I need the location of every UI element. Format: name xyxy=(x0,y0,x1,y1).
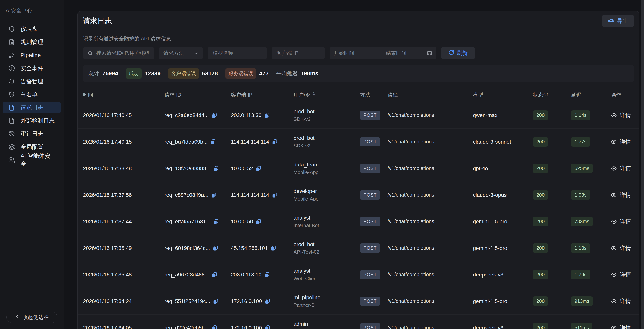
cell-path: /v1/chat/completions xyxy=(388,245,473,251)
sidebar-item-5[interactable]: 白名单 xyxy=(3,89,61,100)
request-log-card: 请求日志 导出 记录所有通过安全防护的 API 请求信息 请求方法 xyxy=(78,11,640,329)
detail-label: 详情 xyxy=(620,324,631,329)
end-time-placeholder: 结束时间 xyxy=(386,50,424,56)
refresh-button[interactable]: 刷新 xyxy=(441,47,475,59)
eye-icon xyxy=(611,139,617,145)
model-text: deepseek-v3 xyxy=(473,325,503,329)
eye-icon xyxy=(611,245,617,251)
detail-label: 详情 xyxy=(620,165,631,172)
sidebar-item-2[interactable]: Pipeline xyxy=(3,49,61,61)
copy-icon[interactable] xyxy=(212,272,218,278)
cell-model: gemini-1.5-pro xyxy=(473,219,533,225)
sidebar-item-0[interactable]: 仪表盘 xyxy=(3,23,61,35)
detail-button[interactable]: 详情 xyxy=(603,288,640,315)
copy-icon[interactable] xyxy=(265,325,270,329)
sidebar-item-7[interactable]: 外部检测日志 xyxy=(3,115,61,127)
copy-icon[interactable] xyxy=(270,245,276,251)
search-input[interactable] xyxy=(96,50,150,56)
status-badge: 200 xyxy=(533,110,548,120)
latency-badge: 1.03s xyxy=(571,190,590,200)
sidebar-item-9[interactable]: 全局配置 xyxy=(3,141,61,153)
status-badge: 200 xyxy=(533,296,548,306)
detail-button[interactable]: 详情 xyxy=(603,129,640,155)
request-id-text: req_c897c08ff9a... xyxy=(164,192,208,198)
eye-icon xyxy=(611,325,617,329)
copy-icon[interactable] xyxy=(272,139,278,145)
cell-time: 2026/01/16 17:35:48 xyxy=(78,272,164,278)
request-id-text: req_ba7fdea09b... xyxy=(164,139,208,145)
sidebar-item-label: 告警管理 xyxy=(20,78,43,85)
sidebar-item-4[interactable]: 告警管理 xyxy=(3,75,61,87)
detail-label: 详情 xyxy=(620,138,631,146)
user-token: SDK-v2 xyxy=(294,143,310,149)
column-header: 请求 ID xyxy=(164,88,231,102)
copy-icon[interactable] xyxy=(272,192,278,198)
cell-model: gemini-1.5-pro xyxy=(473,298,533,304)
eye-icon xyxy=(611,272,617,278)
sidebar-item-1[interactable]: 规则管理 xyxy=(3,36,61,48)
copy-icon[interactable] xyxy=(213,166,219,171)
status-badge: 200 xyxy=(533,270,548,280)
client-ip-text: 114.114.114.114 xyxy=(231,192,269,198)
filter-bar: 请求方法 开始时间 ~ 结束时间 刷新 xyxy=(83,47,634,59)
copy-icon[interactable] xyxy=(213,219,219,225)
detail-button[interactable]: 详情 xyxy=(603,182,640,208)
client-error-badge: 客户端错误 xyxy=(168,68,199,78)
cell-time: 2026/01/16 17:34:05 xyxy=(78,325,164,329)
cell-model: deepseek-v3 xyxy=(473,272,533,278)
search-box xyxy=(83,47,154,59)
client-ip-text: 203.0.113.10 xyxy=(231,272,262,278)
method-badge: POST xyxy=(360,243,380,253)
copy-icon[interactable] xyxy=(265,299,270,304)
client-ip-filter-input[interactable] xyxy=(276,50,320,56)
sidebar-item-10[interactable]: AI 智能体安全 xyxy=(3,154,61,166)
detail-button[interactable]: 详情 xyxy=(603,208,640,235)
user-token: Mobile-App xyxy=(294,196,318,202)
user-token: Partner-B xyxy=(294,302,314,308)
user-name: ml_pipeline xyxy=(294,295,320,301)
copy-icon[interactable] xyxy=(256,219,262,225)
copy-icon[interactable] xyxy=(256,166,262,171)
copy-icon[interactable] xyxy=(264,112,270,118)
copy-icon[interactable] xyxy=(213,299,218,304)
copy-icon[interactable] xyxy=(212,112,217,118)
detail-button[interactable]: 详情 xyxy=(603,315,640,329)
sidebar-item-6[interactable]: 请求日志 xyxy=(3,102,61,113)
table-row: 2026/01/16 17:34:24 req_551f252419c... 1… xyxy=(78,288,639,315)
copy-icon[interactable] xyxy=(213,245,218,251)
range-separator: ~ xyxy=(374,50,383,56)
copy-icon[interactable] xyxy=(210,139,216,145)
page-scrollbar[interactable] xyxy=(641,0,644,329)
detail-label: 详情 xyxy=(620,298,631,305)
detail-button[interactable]: 详情 xyxy=(603,102,640,128)
model-text: claude-3-sonnet xyxy=(473,139,511,145)
layers-icon xyxy=(8,143,15,150)
file-text-icon xyxy=(8,39,15,45)
request-id-text: req_551f252419c... xyxy=(164,298,210,304)
sidebar-item-8[interactable]: 审计日志 xyxy=(3,128,61,140)
collapse-sidebar-button[interactable]: 收起侧边栏 xyxy=(6,312,57,323)
cell-time: 2026/01/16 17:40:45 xyxy=(78,112,164,118)
detail-button[interactable]: 详情 xyxy=(603,262,640,288)
eye-icon xyxy=(611,192,617,198)
detail-button[interactable]: 详情 xyxy=(603,155,640,182)
sidebar-item-label: 审计日志 xyxy=(20,130,43,138)
method-select[interactable]: 请求方法 xyxy=(159,47,203,59)
detail-label: 详情 xyxy=(620,244,631,252)
table-row: 2026/01/16 17:37:56 req_c897c08ff9a... 1… xyxy=(78,182,639,208)
client-ip-text: 172.16.0.100 xyxy=(231,325,262,329)
sidebar-item-3[interactable]: 安全事件 xyxy=(3,62,61,74)
copy-icon[interactable] xyxy=(212,325,218,329)
copy-icon[interactable] xyxy=(211,192,217,198)
date-range-picker[interactable]: 开始时间 ~ 结束时间 xyxy=(330,47,436,59)
user-token: Internal-Bot xyxy=(294,223,319,228)
export-button[interactable]: 导出 xyxy=(602,14,634,27)
bell-icon xyxy=(8,78,15,85)
detail-label: 详情 xyxy=(620,271,631,279)
status-badge: 200 xyxy=(533,243,548,253)
copy-icon[interactable] xyxy=(264,272,270,278)
user-name: data_team xyxy=(294,162,318,168)
calendar-icon xyxy=(426,50,432,56)
detail-button[interactable]: 详情 xyxy=(603,235,640,261)
model-filter-input[interactable] xyxy=(212,50,262,56)
